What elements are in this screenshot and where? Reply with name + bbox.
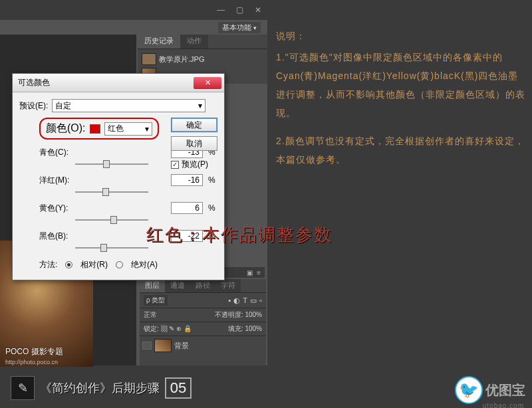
camera-icon[interactable]: ▣ (247, 269, 253, 276)
step-title: 《简约创作》后期步骤 (40, 380, 160, 396)
layers-tabs: 图层 通道 路径 字符 (140, 279, 266, 292)
red-caption: 红色：本作品调整参数 (146, 223, 332, 247)
opacity-value[interactable]: 100% (245, 311, 262, 318)
magenta-label: 洋红(M): (39, 175, 72, 186)
color-select[interactable]: 红色▾ (104, 122, 152, 136)
color-value: 红色 (108, 123, 124, 134)
step-number: 05 (165, 377, 192, 399)
lock-label: 锁定: (144, 325, 159, 332)
black-label: 黑色(B): (39, 231, 72, 242)
yellow-row: 黄色(Y): % (19, 202, 217, 214)
layers-list: 背景 (140, 336, 266, 355)
color-label: 颜色(O): (46, 122, 86, 136)
history-snapshot[interactable]: 教学原片.JPG (140, 52, 265, 66)
tab-actions[interactable]: 动作 (180, 35, 208, 49)
poco-watermark: POCO 摄影专题 (5, 346, 63, 357)
yellow-label: 黄色(Y): (39, 203, 72, 214)
panel-tabs: 历史记录 动作 (138, 35, 267, 49)
layer-item[interactable]: 背景 (141, 338, 265, 354)
tab-layers[interactable]: 图层 (140, 279, 165, 292)
tab-history[interactable]: 历史记录 (138, 35, 180, 49)
visibility-eye-icon[interactable] (142, 342, 152, 350)
filter-smart-icon[interactable]: ▫ (259, 296, 262, 304)
filter-type-icon[interactable]: T (243, 296, 247, 304)
preset-label: 预设(E): (19, 100, 48, 112)
filter-adjust-icon[interactable]: ◐ (233, 296, 240, 305)
snapshot-thumb-icon (142, 53, 156, 65)
radio-relative[interactable] (65, 261, 72, 268)
color-swatch-icon (90, 124, 100, 134)
method-label: 方法: (39, 259, 57, 270)
dialog-title-text: 可选颜色 (18, 77, 50, 88)
blend-mode-select[interactable]: 正常 (144, 310, 157, 320)
explanation-heading: 说明： (276, 27, 525, 45)
layers-panel: ▣ ≡ 图层 通道 路径 字符 ρ 类型 ▪ ◐ T ▭ ▫ 正常 不透明度: … (140, 279, 266, 365)
utobao-name: 优图宝 (485, 381, 525, 399)
layer-thumb-icon (154, 339, 172, 352)
radio-absolute[interactable] (116, 261, 123, 268)
filter-shape-icon[interactable]: ▭ (250, 296, 257, 305)
snapshot-label: 教学原片.JPG (159, 54, 204, 64)
explanation-p2: 2.颜色调节也没有定式，完全根据创作者的喜好来设定，本篇仅做参考。 (276, 132, 525, 169)
dialog-body: 预设(E): 自定▾ 颜色(O): 红色▾ 青色(C): % 洋红(M): (13, 92, 224, 280)
layers-filter-bar: ρ 类型 ▪ ◐ T ▭ ▫ (140, 292, 266, 308)
utobao-circle-icon: 🐦 (455, 376, 483, 404)
preview-checkbox-row: ✓ 预览(P) (171, 159, 217, 170)
preset-select[interactable]: 自定▾ (52, 99, 205, 112)
magenta-slider[interactable] (75, 187, 148, 197)
tab-character[interactable]: 字符 (215, 279, 241, 292)
preset-value: 自定 (55, 100, 71, 112)
cancel-button[interactable]: 取消 (171, 136, 217, 151)
yellow-pct: % (208, 203, 217, 213)
cyan-slider[interactable] (75, 159, 148, 169)
menu-icon[interactable]: ≡ (257, 269, 261, 276)
black-slider[interactable] (75, 243, 148, 253)
preview-label: 预览(P) (182, 159, 208, 170)
options-bar: 基本功能 (0, 20, 267, 35)
method-row: 方法: 相对(R) 绝对(A) (19, 259, 217, 270)
layers-lock-row: 锁定: ▩ ✎ ⊕ 🔒 填充: 100% (140, 322, 266, 336)
poco-url: http://photo.poco.cn (5, 359, 58, 365)
filter-kind-select[interactable]: ρ 类型 (144, 295, 168, 306)
explanation-text: 说明： 1."可选颜色"对图像中限定颜色区域中的各像素中的Cyan(青)Mage… (276, 27, 525, 169)
yellow-input[interactable] (171, 202, 203, 214)
opacity-label: 不透明度: (215, 311, 243, 318)
radio-relative-label: 相对(R) (80, 259, 108, 270)
tutorial-step-bar: ✎ 《简约创作》后期步骤 05 (11, 376, 192, 400)
fill-label: 填充: (228, 325, 243, 332)
layers-blend-row: 正常 不透明度: 100% (140, 308, 266, 322)
dialog-titlebar[interactable]: 可选颜色 ✕ (13, 74, 224, 92)
workspace-selector[interactable]: 基本功能 (218, 22, 261, 33)
tab-paths[interactable]: 路径 (190, 279, 215, 292)
fill-value[interactable]: 100% (245, 325, 262, 332)
step-brush-icon: ✎ (11, 376, 35, 400)
utobao-logo: 🐦 优图宝 (455, 376, 525, 404)
utobao-url: utobao.com (483, 402, 524, 408)
selective-color-dialog: 可选颜色 ✕ 预设(E): 自定▾ 颜色(O): 红色▾ 青色(C): % (12, 73, 225, 280)
window-titlebar: — ▢ ✕ (0, 0, 267, 20)
bird-icon: 🐦 (459, 381, 479, 399)
dialog-buttons: 确定 取消 ✓ 预览(P) (171, 118, 217, 170)
magenta-pct: % (208, 175, 217, 185)
preset-row: 预设(E): 自定▾ (19, 99, 217, 112)
cyan-label: 青色(C): (39, 147, 72, 158)
maximize-button[interactable]: ▢ (230, 3, 249, 17)
close-button[interactable]: ✕ (249, 3, 267, 17)
tab-channels[interactable]: 通道 (165, 279, 190, 292)
dialog-close-button[interactable]: ✕ (194, 77, 221, 89)
radio-absolute-label: 绝对(A) (131, 259, 158, 270)
filter-pixel-icon[interactable]: ▪ (228, 296, 231, 304)
ok-button[interactable]: 确定 (171, 118, 217, 132)
yellow-slider[interactable] (75, 215, 148, 225)
magenta-input[interactable] (171, 174, 203, 186)
color-selector-highlight: 颜色(O): 红色▾ (39, 118, 159, 140)
explanation-p1: 1."可选颜色"对图像中限定颜色区域中的各像素中的Cyan(青)Magenta(… (276, 48, 525, 122)
layer-name: 背景 (174, 341, 189, 351)
magenta-row: 洋红(M): % (19, 174, 217, 186)
preview-checkbox[interactable]: ✓ (171, 161, 179, 169)
minimize-button[interactable]: — (211, 3, 230, 17)
